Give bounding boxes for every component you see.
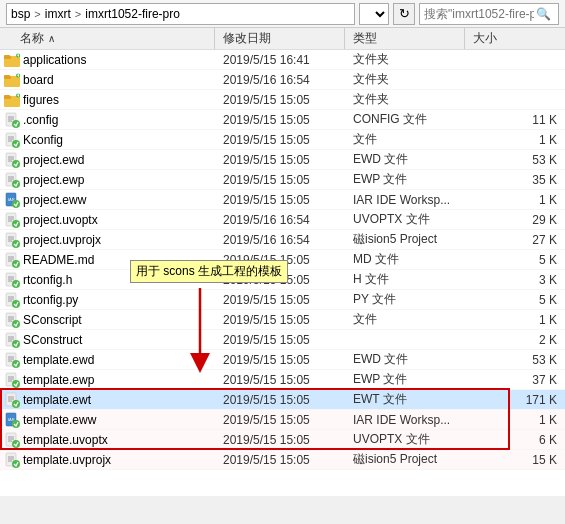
table-row[interactable]: project.ewd 2019/5/15 15:05 EWD 文件 53 K	[0, 150, 565, 170]
cell-size: 1 K	[465, 133, 565, 147]
breadcrumb-current[interactable]: imxrt1052-fire-pro	[85, 7, 180, 21]
cell-type: 文件	[345, 131, 465, 148]
folder-icon	[4, 92, 20, 108]
cell-date: 2019/5/15 15:05	[215, 113, 345, 127]
cell-size: 37 K	[465, 373, 565, 387]
table-row[interactable]: template.ewp 2019/5/15 15:05 EWP 文件 37 K	[0, 370, 565, 390]
table-row[interactable]: SConscript 2019/5/15 15:05 文件 1 K	[0, 310, 565, 330]
file-name: project.uvprojx	[23, 233, 101, 247]
cell-type: MD 文件	[345, 251, 465, 268]
file-name: rtconfig.h	[23, 273, 72, 287]
col-header-date[interactable]: 修改日期	[215, 28, 345, 49]
table-row[interactable]: Kconfig 2019/5/15 15:05 文件 1 K	[0, 130, 565, 150]
col-header-size[interactable]: 大小	[465, 28, 565, 49]
cell-name: project.uvoptx	[0, 212, 215, 228]
file-name: project.uvoptx	[23, 213, 98, 227]
file-name: project.ewp	[23, 173, 84, 187]
sort-arrow: ∧	[48, 33, 55, 44]
path-dropdown[interactable]	[359, 3, 389, 25]
table-row[interactable]: project.uvoptx 2019/5/16 16:54 UVOPTX 文件…	[0, 210, 565, 230]
cell-name: IAR template.eww	[0, 412, 215, 428]
table-row[interactable]: SConstruct 2019/5/15 15:05 2 K	[0, 330, 565, 350]
cell-date: 2019/5/15 15:05	[215, 193, 345, 207]
file-icon	[4, 372, 20, 388]
table-row[interactable]: template.ewt 2019/5/15 15:05 EWT 文件 171 …	[0, 390, 565, 410]
file-name: figures	[23, 93, 59, 107]
file-name: project.eww	[23, 193, 86, 207]
table-row[interactable]: rtconfig.py 2019/5/15 15:05 PY 文件 5 K	[0, 290, 565, 310]
file-name: rtconfig.py	[23, 293, 78, 307]
table-row[interactable]: applications 2019/5/15 16:41 文件夹	[0, 50, 565, 70]
cell-type: EWP 文件	[345, 171, 465, 188]
search-icon[interactable]: 🔍	[536, 7, 551, 21]
search-area: 🔍	[419, 3, 559, 25]
breadcrumb-area[interactable]: bsp > imxrt > imxrt1052-fire-pro	[6, 3, 355, 25]
table-row[interactable]: board 2019/5/16 16:54 文件夹	[0, 70, 565, 90]
table-row[interactable]: project.uvprojx 2019/5/16 16:54 磁ision5 …	[0, 230, 565, 250]
file-icon	[4, 392, 20, 408]
file-name: SConstruct	[23, 333, 82, 347]
file-icon	[4, 252, 20, 268]
search-input[interactable]	[424, 7, 534, 21]
cell-type: IAR IDE Worksp...	[345, 193, 465, 207]
table-row[interactable]: IAR template.eww 2019/5/15 15:05 IAR IDE…	[0, 410, 565, 430]
table-row[interactable]: template.uvoptx 2019/5/15 15:05 UVOPTX 文…	[0, 430, 565, 450]
file-name: template.uvoptx	[23, 433, 108, 447]
cell-name: template.uvprojx	[0, 452, 215, 468]
cell-name: figures	[0, 92, 215, 108]
cell-date: 2019/5/15 15:05	[215, 153, 345, 167]
column-headers: 名称 ∧ 修改日期 类型 大小	[0, 28, 565, 50]
cell-date: 2019/5/15 15:05	[215, 373, 345, 387]
file-name: .config	[23, 113, 58, 127]
cell-size: 1 K	[465, 413, 565, 427]
svg-rect-12	[4, 95, 10, 98]
file-name: template.ewp	[23, 373, 94, 387]
cell-name: project.uvprojx	[0, 232, 215, 248]
cell-type: CONFIG 文件	[345, 111, 465, 128]
cell-name: template.ewp	[0, 372, 215, 388]
file-icon	[4, 132, 20, 148]
cell-size: 3 K	[465, 273, 565, 287]
cell-size: 15 K	[465, 453, 565, 467]
refresh-icon: ↻	[399, 6, 410, 21]
cell-date: 2019/5/15 16:41	[215, 53, 345, 67]
file-name: board	[23, 73, 54, 87]
cell-date: 2019/5/15 15:05	[215, 313, 345, 327]
file-icon	[4, 152, 20, 168]
cell-name: project.ewp	[0, 172, 215, 188]
breadcrumb-bsp[interactable]: bsp	[11, 7, 30, 21]
cell-type: H 文件	[345, 271, 465, 288]
col-header-type[interactable]: 类型	[345, 28, 465, 49]
breadcrumb-sep-2: >	[75, 8, 81, 20]
cell-type: EWD 文件	[345, 351, 465, 368]
cell-name: SConstruct	[0, 332, 215, 348]
file-icon	[4, 272, 20, 288]
breadcrumb-imxrt[interactable]: imxrt	[45, 7, 71, 21]
table-row[interactable]: figures 2019/5/15 15:05 文件夹	[0, 90, 565, 110]
cell-type: UVOPTX 文件	[345, 431, 465, 448]
file-icon	[4, 312, 20, 328]
folder-icon	[4, 72, 20, 88]
cell-type: IAR IDE Worksp...	[345, 413, 465, 427]
cell-type: 文件夹	[345, 51, 465, 68]
table-row[interactable]: IAR project.eww 2019/5/15 15:05 IAR IDE …	[0, 190, 565, 210]
table-row[interactable]: project.ewp 2019/5/15 15:05 EWP 文件 35 K	[0, 170, 565, 190]
cell-date: 2019/5/16 16:54	[215, 73, 345, 87]
file-name: project.ewd	[23, 153, 84, 167]
col-header-name[interactable]: 名称 ∧	[0, 28, 215, 49]
cell-size: 171 K	[465, 393, 565, 407]
file-name: Kconfig	[23, 133, 63, 147]
address-bar: bsp > imxrt > imxrt1052-fire-pro ↻ 🔍	[0, 0, 565, 28]
file-icon	[4, 112, 20, 128]
folder-icon	[4, 52, 20, 68]
cell-type: 文件	[345, 311, 465, 328]
table-row[interactable]: template.ewd 2019/5/15 15:05 EWD 文件 53 K	[0, 350, 565, 370]
cell-type: 文件夹	[345, 71, 465, 88]
table-row[interactable]: .config 2019/5/15 15:05 CONFIG 文件 11 K	[0, 110, 565, 130]
cell-date: 2019/5/15 15:05	[215, 133, 345, 147]
table-row[interactable]: template.uvprojx 2019/5/15 15:05 磁ision5…	[0, 450, 565, 470]
file-name: SConscript	[23, 313, 82, 327]
cell-name: Kconfig	[0, 132, 215, 148]
refresh-button[interactable]: ↻	[393, 3, 415, 25]
cell-size: 1 K	[465, 193, 565, 207]
